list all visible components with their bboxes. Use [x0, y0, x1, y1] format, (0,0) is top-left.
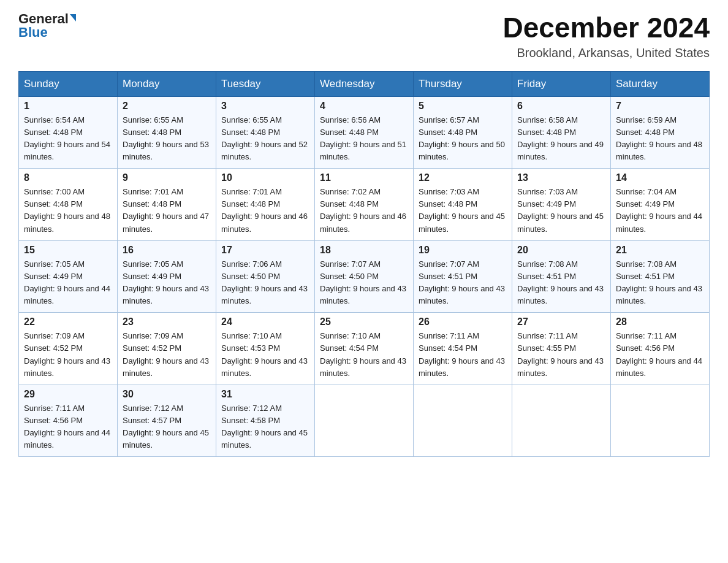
day-number: 10	[221, 172, 309, 183]
calendar-cell: 25Sunrise: 7:10 AMSunset: 4:54 PMDayligh…	[315, 313, 414, 385]
weekday-header-tuesday: Tuesday	[216, 71, 315, 96]
day-info: Sunrise: 7:04 AMSunset: 4:49 PMDaylight:…	[616, 186, 704, 236]
day-info: Sunrise: 7:07 AMSunset: 4:50 PMDaylight:…	[320, 258, 408, 308]
calendar-cell: 2Sunrise: 6:55 AMSunset: 4:48 PMDaylight…	[118, 96, 216, 169]
day-info: Sunrise: 7:12 AMSunset: 4:57 PMDaylight:…	[123, 402, 211, 452]
calendar-body: 1Sunrise: 6:54 AMSunset: 4:48 PMDaylight…	[19, 96, 710, 457]
calendar-week-row: 29Sunrise: 7:11 AMSunset: 4:56 PMDayligh…	[19, 385, 710, 457]
calendar-cell	[414, 385, 512, 457]
day-number: 3	[221, 101, 309, 112]
day-info: Sunrise: 7:08 AMSunset: 4:51 PMDaylight:…	[517, 258, 605, 308]
weekday-header-friday: Friday	[512, 71, 611, 96]
calendar-cell: 19Sunrise: 7:07 AMSunset: 4:51 PMDayligh…	[414, 240, 512, 313]
calendar-cell: 15Sunrise: 7:05 AMSunset: 4:49 PMDayligh…	[19, 240, 118, 313]
calendar-cell: 18Sunrise: 7:07 AMSunset: 4:50 PMDayligh…	[315, 240, 414, 313]
day-number: 6	[517, 101, 605, 112]
calendar-table: SundayMondayTuesdayWednesdayThursdayFrid…	[18, 71, 710, 458]
day-number: 1	[24, 101, 112, 112]
calendar-cell: 11Sunrise: 7:02 AMSunset: 4:48 PMDayligh…	[315, 169, 414, 241]
calendar-cell: 24Sunrise: 7:10 AMSunset: 4:53 PMDayligh…	[216, 313, 315, 385]
calendar-cell: 20Sunrise: 7:08 AMSunset: 4:51 PMDayligh…	[512, 240, 611, 313]
day-number: 29	[24, 389, 112, 400]
calendar-cell: 6Sunrise: 6:58 AMSunset: 4:48 PMDaylight…	[512, 96, 611, 169]
day-number: 31	[221, 389, 309, 400]
calendar-week-row: 1Sunrise: 6:54 AMSunset: 4:48 PMDaylight…	[19, 96, 710, 169]
calendar-cell: 29Sunrise: 7:11 AMSunset: 4:56 PMDayligh…	[19, 385, 118, 457]
day-info: Sunrise: 7:07 AMSunset: 4:51 PMDaylight:…	[419, 258, 507, 308]
calendar-cell: 14Sunrise: 7:04 AMSunset: 4:49 PMDayligh…	[611, 169, 710, 241]
day-number: 28	[616, 316, 704, 327]
day-info: Sunrise: 7:05 AMSunset: 4:49 PMDaylight:…	[24, 258, 112, 308]
day-info: Sunrise: 7:09 AMSunset: 4:52 PMDaylight:…	[24, 330, 112, 380]
day-number: 17	[221, 245, 309, 256]
calendar-cell: 9Sunrise: 7:01 AMSunset: 4:48 PMDaylight…	[118, 169, 216, 241]
logo: General Blue	[18, 12, 76, 39]
day-info: Sunrise: 6:55 AMSunset: 4:48 PMDaylight:…	[123, 114, 211, 164]
day-info: Sunrise: 7:11 AMSunset: 4:56 PMDaylight:…	[24, 402, 112, 452]
day-number: 7	[616, 101, 704, 112]
calendar-cell: 30Sunrise: 7:12 AMSunset: 4:57 PMDayligh…	[118, 385, 216, 457]
weekday-header-thursday: Thursday	[414, 71, 512, 96]
day-info: Sunrise: 7:08 AMSunset: 4:51 PMDaylight:…	[616, 258, 704, 308]
day-number: 19	[419, 245, 507, 256]
day-number: 2	[123, 101, 211, 112]
day-number: 12	[419, 172, 507, 183]
day-info: Sunrise: 6:55 AMSunset: 4:48 PMDaylight:…	[221, 114, 309, 164]
day-number: 4	[320, 101, 408, 112]
calendar-week-row: 22Sunrise: 7:09 AMSunset: 4:52 PMDayligh…	[19, 313, 710, 385]
calendar-cell: 23Sunrise: 7:09 AMSunset: 4:52 PMDayligh…	[118, 313, 216, 385]
day-number: 27	[517, 316, 605, 327]
day-info: Sunrise: 7:06 AMSunset: 4:50 PMDaylight:…	[221, 258, 309, 308]
calendar-cell: 26Sunrise: 7:11 AMSunset: 4:54 PMDayligh…	[414, 313, 512, 385]
day-number: 9	[123, 172, 211, 183]
day-info: Sunrise: 7:10 AMSunset: 4:54 PMDaylight:…	[320, 330, 408, 380]
day-info: Sunrise: 6:54 AMSunset: 4:48 PMDaylight:…	[24, 114, 112, 164]
page-header: General Blue December 2024 Brookland, Ar…	[18, 12, 710, 60]
day-number: 15	[24, 245, 112, 256]
calendar-cell: 13Sunrise: 7:03 AMSunset: 4:49 PMDayligh…	[512, 169, 611, 241]
weekday-header-monday: Monday	[118, 71, 216, 96]
day-number: 21	[616, 245, 704, 256]
day-info: Sunrise: 7:02 AMSunset: 4:48 PMDaylight:…	[320, 186, 408, 236]
calendar-cell: 27Sunrise: 7:11 AMSunset: 4:55 PMDayligh…	[512, 313, 611, 385]
calendar-cell	[315, 385, 414, 457]
day-number: 24	[221, 316, 309, 327]
calendar-cell: 1Sunrise: 6:54 AMSunset: 4:48 PMDaylight…	[19, 96, 118, 169]
day-info: Sunrise: 6:58 AMSunset: 4:48 PMDaylight:…	[517, 114, 605, 164]
day-info: Sunrise: 7:00 AMSunset: 4:48 PMDaylight:…	[24, 186, 112, 236]
weekday-header-saturday: Saturday	[611, 71, 710, 96]
calendar-week-row: 15Sunrise: 7:05 AMSunset: 4:49 PMDayligh…	[19, 240, 710, 313]
logo-arrow-icon	[70, 14, 76, 21]
calendar-header: SundayMondayTuesdayWednesdayThursdayFrid…	[19, 71, 710, 96]
calendar-week-row: 8Sunrise: 7:00 AMSunset: 4:48 PMDaylight…	[19, 169, 710, 241]
day-info: Sunrise: 7:03 AMSunset: 4:49 PMDaylight:…	[517, 186, 605, 236]
day-number: 22	[24, 316, 112, 327]
day-info: Sunrise: 7:11 AMSunset: 4:54 PMDaylight:…	[419, 330, 507, 380]
location-text: Brookland, Arkansas, United States	[502, 46, 710, 60]
day-info: Sunrise: 7:11 AMSunset: 4:56 PMDaylight:…	[616, 330, 704, 380]
day-info: Sunrise: 7:05 AMSunset: 4:49 PMDaylight:…	[123, 258, 211, 308]
calendar-cell: 17Sunrise: 7:06 AMSunset: 4:50 PMDayligh…	[216, 240, 315, 313]
day-number: 20	[517, 245, 605, 256]
day-number: 11	[320, 172, 408, 183]
day-number: 13	[517, 172, 605, 183]
title-block: December 2024 Brookland, Arkansas, Unite…	[502, 12, 710, 60]
calendar-cell: 12Sunrise: 7:03 AMSunset: 4:48 PMDayligh…	[414, 169, 512, 241]
calendar-cell: 5Sunrise: 6:57 AMSunset: 4:48 PMDaylight…	[414, 96, 512, 169]
day-info: Sunrise: 7:01 AMSunset: 4:48 PMDaylight:…	[123, 186, 211, 236]
calendar-cell: 21Sunrise: 7:08 AMSunset: 4:51 PMDayligh…	[611, 240, 710, 313]
calendar-cell: 28Sunrise: 7:11 AMSunset: 4:56 PMDayligh…	[611, 313, 710, 385]
weekday-row: SundayMondayTuesdayWednesdayThursdayFrid…	[19, 71, 710, 96]
calendar-cell	[512, 385, 611, 457]
day-info: Sunrise: 7:09 AMSunset: 4:52 PMDaylight:…	[123, 330, 211, 380]
day-number: 8	[24, 172, 112, 183]
day-info: Sunrise: 7:01 AMSunset: 4:48 PMDaylight:…	[221, 186, 309, 236]
day-info: Sunrise: 7:11 AMSunset: 4:55 PMDaylight:…	[517, 330, 605, 380]
calendar-cell: 31Sunrise: 7:12 AMSunset: 4:58 PMDayligh…	[216, 385, 315, 457]
calendar-cell: 4Sunrise: 6:56 AMSunset: 4:48 PMDaylight…	[315, 96, 414, 169]
day-info: Sunrise: 6:57 AMSunset: 4:48 PMDaylight:…	[419, 114, 507, 164]
weekday-header-wednesday: Wednesday	[315, 71, 414, 96]
day-number: 14	[616, 172, 704, 183]
day-number: 30	[123, 389, 211, 400]
month-title: December 2024	[502, 12, 710, 44]
